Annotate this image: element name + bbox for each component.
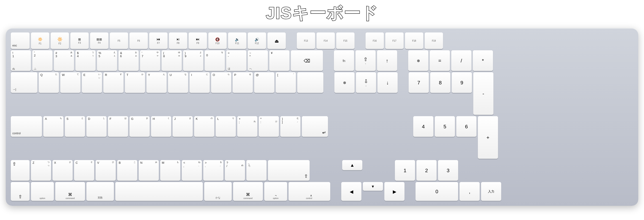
key-option-left[interactable]: option — [31, 182, 54, 201]
key-f[interactable]: Fは — [108, 116, 128, 137]
key-f16[interactable]: F16 — [366, 32, 384, 49]
key-f6[interactable]: F6 — [130, 32, 148, 49]
key-arrow-right[interactable]: ▶ — [384, 182, 404, 201]
key-caret[interactable]: ~ ^ へ — [248, 50, 268, 71]
key-f7[interactable]: ⏮ F7 — [149, 32, 168, 49]
key-num-decimal[interactable]: , — [460, 182, 480, 201]
key-num-eq[interactable]: = — [430, 50, 450, 71]
key-delete[interactable]: ⌫ — [291, 50, 323, 71]
key-4[interactable]: $う 4ぅ — [76, 50, 96, 71]
key-num7[interactable]: 7 — [409, 72, 429, 93]
key-num-mul[interactable]: * — [473, 50, 493, 71]
key-num0[interactable]: 0 — [416, 182, 458, 201]
key-num6[interactable]: 6 — [456, 116, 476, 137]
key-ctrl-right[interactable]: ∧ control — [288, 182, 330, 201]
key-r[interactable]: Rす — [103, 72, 124, 93]
key-7[interactable]: 'や 7ゃ — [140, 50, 160, 71]
key-f8[interactable]: ⏯ F8 — [169, 32, 187, 49]
key-f12[interactable]: 🔊 F12 — [248, 32, 266, 49]
key-j[interactable]: Jま — [172, 116, 193, 137]
key-esc[interactable]: esc — [11, 32, 30, 49]
key-k[interactable]: Kの — [194, 116, 214, 137]
key-w[interactable]: Wて — [60, 72, 80, 93]
key-num-minus[interactable]: - — [473, 72, 494, 115]
key-i[interactable]: Iに — [190, 72, 210, 93]
key-e[interactable]: Eい ぃ — [82, 72, 102, 93]
key-ctrl-bottom[interactable]: ⇧ — [11, 182, 30, 201]
key-a[interactable]: Aち — [43, 116, 64, 137]
key-8[interactable]: (ゆ 8ゅ — [162, 50, 182, 71]
key-num-enter[interactable]: 入力 — [481, 182, 501, 201]
key-backslash2[interactable]: _ ろ — [246, 160, 266, 181]
key-6[interactable]: &お 6ぉ — [118, 50, 139, 71]
key-f9[interactable]: ⏭ F9 — [188, 32, 207, 49]
key-pageup[interactable]: ↑ — [377, 50, 397, 71]
key-num-div[interactable]: / — [451, 50, 472, 71]
key-5[interactable]: %え 5ぇ — [97, 50, 117, 71]
key-z[interactable]: Zつ っ — [31, 160, 51, 181]
key-s[interactable]: Sと — [65, 116, 85, 137]
key-num-plus[interactable]: + — [478, 116, 498, 159]
key-option-right[interactable]: ¬ option — [264, 182, 287, 201]
key-num1[interactable]: 1 — [395, 160, 415, 181]
key-eject[interactable]: ⏏ — [268, 32, 286, 49]
key-x[interactable]: Xさ — [52, 160, 73, 181]
key-f2[interactable]: 🔆 F2 — [51, 32, 69, 49]
key-m[interactable]: Mも — [160, 160, 180, 181]
key-comma[interactable]: <ね ,、 — [182, 160, 202, 181]
key-at[interactable]: @ — [254, 72, 274, 93]
key-o[interactable]: Oら — [211, 72, 231, 93]
key-num4[interactable]: 4 — [413, 116, 434, 137]
key-pagedown[interactable]: ↓ — [378, 72, 398, 93]
key-l[interactable]: Lり — [216, 116, 236, 137]
key-9[interactable]: )よ 9ょ — [183, 50, 203, 71]
key-num3[interactable]: 3 — [438, 160, 458, 181]
key-command-left[interactable]: ⌘ command — [55, 182, 85, 201]
key-command-right[interactable]: ⌘ command — [233, 182, 263, 201]
key-caps[interactable]: control — [11, 116, 42, 137]
key-f11[interactable]: 🔉 F11 — [228, 32, 246, 49]
key-n[interactable]: Nみ — [139, 160, 159, 181]
key-yen[interactable]: ¥ — [269, 50, 290, 71]
key-2[interactable]: " 2 ふ — [32, 50, 52, 71]
key-y[interactable]: Yん — [146, 72, 166, 93]
key-tab[interactable]: →| — [11, 72, 37, 93]
key-d[interactable]: Dし — [86, 116, 106, 137]
key-eisu[interactable]: 英数 — [86, 182, 114, 201]
key-num5[interactable]: 5 — [435, 116, 455, 137]
key-f3[interactable]: ⊞ F3 — [70, 32, 89, 49]
key-b[interactable]: Bこ — [117, 160, 137, 181]
key-f14[interactable]: F14 — [316, 32, 335, 49]
key-numlock[interactable]: ⊗ — [408, 50, 428, 71]
key-f17[interactable]: F17 — [385, 32, 404, 49]
key-semicolon[interactable]: + ;れ — [237, 116, 257, 137]
key-end[interactable]: ⇩ ↓ — [356, 72, 376, 93]
key-arrow-up[interactable]: ▲ — [342, 160, 362, 170]
key-kana[interactable]: かな — [204, 182, 232, 201]
key-lbracket[interactable]: [「 — [276, 72, 296, 93]
key-period[interactable]: >る .。 — [203, 160, 224, 181]
key-rbracket[interactable]: }む ]」 — [280, 116, 300, 137]
key-1[interactable]: ! 1 ぬ — [11, 50, 31, 71]
key-f13[interactable]: F13 — [297, 32, 315, 49]
key-v[interactable]: Vひ — [96, 160, 116, 181]
key-return-top[interactable] — [297, 72, 324, 93]
key-f18[interactable]: F18 — [405, 32, 423, 49]
key-q[interactable]: Qた — [39, 72, 59, 93]
key-c[interactable]: Cそ — [74, 160, 94, 181]
key-p[interactable]: Pせ — [232, 72, 253, 93]
key-g[interactable]: Gき — [130, 116, 150, 137]
key-arrow-left[interactable]: ◀ — [341, 182, 362, 201]
key-lshift[interactable]: ⇧ — [11, 160, 30, 181]
key-del-right[interactable]: ⊗ — [334, 72, 354, 93]
key-fn[interactable]: fn — [334, 50, 354, 71]
key-colon[interactable]: * :け — [259, 116, 279, 137]
key-home[interactable]: ⇧ ↑ — [356, 50, 376, 71]
key-num9[interactable]: 9 — [452, 72, 472, 93]
key-u[interactable]: Uな — [168, 72, 188, 93]
key-f5[interactable]: F5 — [110, 32, 128, 49]
key-slash[interactable]: ? /め — [225, 160, 245, 181]
key-t[interactable]: Tか — [125, 72, 145, 93]
key-0[interactable]: を 0 — [205, 50, 225, 71]
key-arrow-up2[interactable]: ▼ — [363, 182, 383, 191]
